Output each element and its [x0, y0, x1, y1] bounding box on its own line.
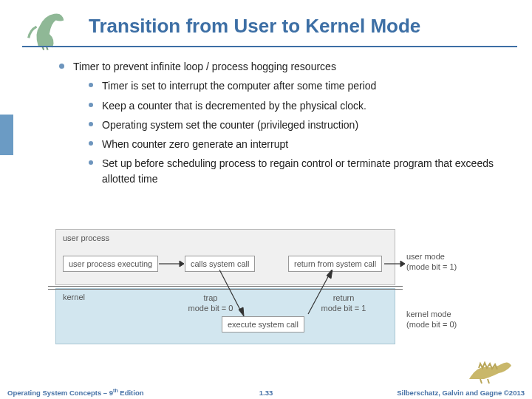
side-label-kernel-mode: kernel mode (mode bit = 0): [406, 309, 457, 330]
annotation-return: return mode bit = 1: [318, 293, 369, 314]
arrow-right-icon: [384, 260, 405, 267]
bullet-text: Timer is set to interrupt the computer a…: [102, 78, 376, 93]
footer-book-title: Operating System Concepts – 9: [7, 389, 113, 397]
footer-page-number: 1.33: [259, 389, 273, 397]
list-item: Set up before scheduling process to rega…: [44, 156, 502, 186]
slide-title: Transition from User to Kernel Mode: [89, 15, 420, 38]
list-item: When counter zero generate an interrupt: [44, 137, 502, 151]
sidebar-accent: [0, 115, 13, 155]
footer-edition-sup: th: [113, 388, 118, 393]
footer-left: Operating System Concepts – 9th Edition: [7, 388, 144, 397]
list-item: Timer is set to interrupt the computer a…: [44, 78, 502, 93]
title-underline: [22, 46, 517, 47]
svg-marker-1: [180, 261, 184, 267]
footer-copyright: Silberschatz, Galvin and Gagne ©2013: [397, 389, 525, 397]
bullet-list: Timer to prevent infinite loop / process…: [44, 59, 502, 191]
bullet-text: Timer to prevent infinite loop / process…: [73, 59, 336, 74]
bullet-dot-icon: [89, 141, 93, 146]
bullet-dot-icon: [89, 160, 93, 165]
side-label-user-mode: user mode (mode bit = 1): [406, 251, 457, 273]
list-item: Keep a counter that is decremented by th…: [44, 98, 502, 113]
list-item: Operating system set the counter (privil…: [44, 117, 502, 132]
bullet-dot-icon: [89, 122, 93, 126]
bullet-dot-icon: [89, 83, 93, 87]
bullet-text: Set up before scheduling process to rega…: [102, 156, 502, 186]
kernel-label: kernel: [63, 293, 85, 301]
bullet-text: When counter zero generate an interrupt: [102, 137, 288, 151]
bullet-dot-icon: [89, 103, 93, 107]
arrow-right-icon: [159, 260, 184, 267]
mode-transition-diagram: user process kernel user process executi…: [55, 222, 477, 355]
dinosaur-logo-bottom: [466, 351, 517, 384]
bullet-dot-icon: [59, 64, 64, 69]
footer-edition: Edition: [118, 389, 144, 397]
annotation-trap: trap mode bit = 0: [185, 293, 236, 314]
bullet-text: Keep a counter that is decremented by th…: [102, 98, 366, 113]
box-user-executing: user process executing: [63, 256, 158, 272]
bullet-text: Operating system set the counter (privil…: [102, 117, 358, 132]
slide-footer: Operating System Concepts – 9th Edition …: [0, 383, 532, 398]
list-item: Timer to prevent infinite loop / process…: [44, 59, 502, 74]
box-execute-syscall: execute system call: [222, 316, 304, 332]
svg-marker-7: [400, 261, 405, 267]
user-process-label: user process: [63, 233, 109, 242]
